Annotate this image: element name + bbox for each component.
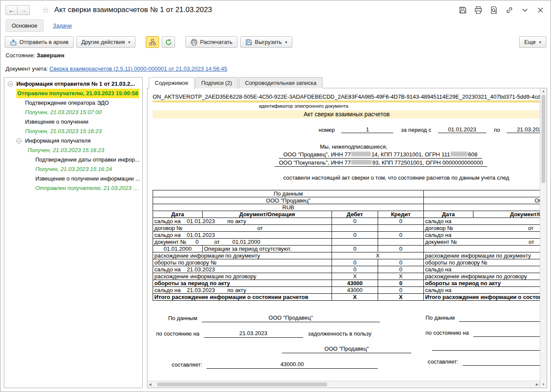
composed-statement-line: составили настоящий акт сверки о том, чт… [283,174,509,181]
footer-amount-label: составляет: [172,361,202,369]
tree-item-label: Подтверждение даты отправки инфор... [34,155,141,165]
redacted-inn [351,152,371,156]
tree-item-label: Подтверждение оператора ЭДО [24,98,110,108]
titlebar: ← → ☆ Акт сверки взаиморасчетов № 1 от 2… [0,0,551,19]
footer-as-of-label: по состоянию на [156,330,200,338]
archive-button[interactable]: Отправить в архив [5,36,74,48]
collapse-icon[interactable]: − [8,81,13,87]
vertical-scrollbar[interactable]: ▲ ▼ [540,88,547,388]
more-button[interactable]: Еще ▾ [519,36,546,48]
accounting-doc-link[interactable]: Сверка взаиморасчетов (2.5.11) 0000-0000… [50,65,227,72]
act-table-cell: документ № от [424,239,540,246]
tree-doc-item[interactable]: Подтверждение оператора ЭДО [4,98,142,108]
footer-by-data-label: По данным [426,314,455,322]
tab-cover-note[interactable]: Сопроводительная записка [239,77,322,88]
refresh-button[interactable] [162,36,175,48]
reconciliation-act: ON_AKTSVEROTP_2AED35E6228-505E-4C50-922E… [153,93,540,379]
chevron-down-icon[interactable] [521,6,529,14]
act-table-row: сальдо на 21.03.2023 по акту430000сальдо… [153,287,540,294]
back-button[interactable]: ← [6,5,18,15]
act-table-cell: 0 [378,232,424,239]
tab-signatures[interactable]: Подписи (2) [195,77,238,88]
scroll-down-icon[interactable]: ▼ [542,383,545,387]
act-table-cell: сальдо на [424,287,540,294]
tree-status-item[interactable]: Получен, 21.03.2023 15:16:23 [4,127,142,136]
tree-doc-item[interactable]: Извещение о получении [4,117,142,127]
status-label: Состояние: [6,52,35,59]
act-table-cell: расхождение информации по документу [153,252,332,259]
page-title: Акт сверки взаиморасчетов № 1 от 21.03.2… [54,6,212,14]
act-table-row: обороты по договору №00обороты по догово… [153,259,540,266]
tree-doc-item[interactable]: −Информация отправителя № 1 от 21.03.2..… [4,79,142,89]
tasks-link[interactable]: Задачи [53,22,72,29]
act-table-cell: Дата [153,211,203,218]
act-table-cell: X [332,252,424,259]
structure-toggle-button[interactable] [146,36,159,48]
print-icon[interactable] [474,6,482,14]
scroll-right-icon[interactable]: ▶ [536,383,538,387]
tab-content[interactable]: Содержимое [149,77,194,89]
tree-doc-item[interactable]: −Информация получателя [4,136,142,146]
act-table-cell: ООО "Покупатель" [424,197,540,204]
save-icon[interactable] [459,6,467,14]
act-table-cell: X [378,273,424,280]
tree-doc-item[interactable]: Подтверждение даты отправки инфор... [4,155,142,165]
act-table-cell: По данным [424,190,540,197]
footer-amount-value [463,359,540,366]
other-actions-button[interactable]: Другие действия ▾ [76,36,136,48]
footer-amount-value: 43000.00 [207,361,378,369]
act-table-cell: обороты за период по акту [153,280,332,287]
period-from-value: 01.01.2023 [438,126,486,133]
act-title: Акт сверки взаимных расчетов [153,111,540,118]
tree-status-item[interactable]: Отправлен получателю, 21.03.2023 15:16:2… [4,184,142,193]
act-table-cell: сальдо на [424,218,540,225]
act-table-cell: 43000 [332,280,378,287]
footer-by-data-label: По данным [168,314,197,322]
act-table-cell: 0 [332,232,378,239]
tree-status-item[interactable]: Получен, 21.03.2023 15:16:24 [4,165,142,174]
act-table-cell: договор № от [424,225,540,232]
close-icon[interactable] [536,6,545,14]
act-table-cell [378,225,424,232]
horizontal-scroll-thumb[interactable] [157,383,327,386]
scroll-up-icon[interactable]: ▲ [542,89,545,93]
act-table-cell: Итого расхождение информации о состоянии… [153,294,332,301]
refresh-icon [165,39,172,46]
act-table-cell: 0 [378,266,424,273]
act-table-cell: 0 [378,287,424,294]
footer-seller: По данным ООО "Продавец" по состоянию на… [153,314,423,376]
preview-icon[interactable] [490,6,498,14]
more-button-label: Еще [524,39,535,45]
print-button[interactable]: Распечатать [185,36,238,48]
tree-status-item[interactable]: Отправлен получателю, 21.03.2023 15:00:5… [4,89,142,98]
tree-status-item[interactable]: Получен, 21.03.2023 15:07:00 [4,108,142,117]
footer-by-data-value [459,315,540,322]
caret-down-icon: ▾ [285,40,287,44]
act-table-cell: обороты по договору № [153,259,332,266]
act-table-cell: 0 [378,218,424,225]
buyer-text: ООО "Покупатель", ИНН 77 [279,159,351,166]
footer-buyer: По данным по состоянию на [423,314,540,373]
act-table-cell: Дебет [332,211,378,218]
link-icon[interactable] [505,6,513,14]
seller-text: 14, КПП 771301001, ОГРН 111 [371,151,450,158]
tab-main[interactable]: Основное [6,19,44,32]
act-number-value: 1 [341,126,393,133]
favorite-star-icon[interactable]: ☆ [42,5,49,15]
forward-button[interactable]: → [18,5,30,15]
vertical-scroll-thumb[interactable] [542,95,545,183]
tree-doc-item[interactable]: Извещение о получении информации ... [4,174,142,184]
other-actions-label: Другие действия [81,39,125,45]
act-table-row: расхождение информации по договоруXXрасх… [153,273,540,280]
document-viewport[interactable]: ON_AKTSVEROTP_2AED35E6228-505E-4C50-922E… [147,88,540,381]
act-table-row: ДатаДокумент/ОперацияДебетКредитДатаДоку… [153,211,540,218]
footer-as-of-label: по состоянию на [426,329,469,337]
horizontal-scrollbar[interactable]: ◀ ▶ [147,381,540,388]
act-table-cell: RUB [424,204,540,211]
collapse-icon[interactable]: − [16,138,22,143]
footer-org-value: ООО "Продавец" [282,345,411,353]
scroll-left-icon[interactable]: ◀ [149,383,151,387]
export-button[interactable]: Выгрузить ▾ [240,36,292,48]
period-to-value: 21.03.2023 [507,126,540,133]
tree-status-item[interactable]: Получен, 21.03.2023 15:16:23 [4,146,142,155]
